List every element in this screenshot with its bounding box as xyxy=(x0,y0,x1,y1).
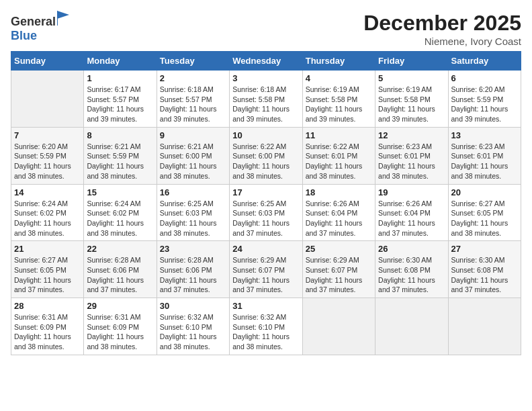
calendar-cell: 25Sunrise: 6:29 AMSunset: 6:07 PMDayligh… xyxy=(302,241,375,298)
day-info: Sunrise: 6:32 AMSunset: 6:10 PMDaylight:… xyxy=(160,312,226,352)
week-row-4: 21Sunrise: 6:27 AMSunset: 6:05 PMDayligh… xyxy=(11,241,521,298)
calendar-cell: 24Sunrise: 6:29 AMSunset: 6:07 PMDayligh… xyxy=(230,241,302,298)
day-number: 23 xyxy=(160,244,226,254)
day-info: Sunrise: 6:30 AMSunset: 6:08 PMDaylight:… xyxy=(378,255,445,295)
calendar-cell: 4Sunrise: 6:19 AMSunset: 5:58 PMDaylight… xyxy=(302,71,375,128)
calendar-cell: 6Sunrise: 6:20 AMSunset: 5:59 PMDaylight… xyxy=(448,71,521,128)
day-number: 30 xyxy=(160,301,226,311)
week-row-5: 28Sunrise: 6:31 AMSunset: 6:09 PMDayligh… xyxy=(11,298,521,355)
day-info: Sunrise: 6:23 AMSunset: 6:01 PMDaylight:… xyxy=(378,142,445,181)
day-number: 16 xyxy=(160,187,226,197)
day-number: 20 xyxy=(451,187,518,197)
weekday-header-saturday: Saturday xyxy=(448,52,521,71)
day-number: 12 xyxy=(378,130,445,140)
day-info: Sunrise: 6:20 AMSunset: 5:59 PMDaylight:… xyxy=(14,142,81,181)
calendar-body: 1Sunrise: 6:17 AMSunset: 5:57 PMDaylight… xyxy=(11,71,521,355)
calendar-cell: 10Sunrise: 6:22 AMSunset: 6:00 PMDayligh… xyxy=(230,127,302,184)
day-info: Sunrise: 6:20 AMSunset: 5:59 PMDaylight:… xyxy=(451,85,518,124)
calendar-cell: 13Sunrise: 6:23 AMSunset: 6:01 PMDayligh… xyxy=(448,127,521,184)
day-number: 28 xyxy=(14,301,81,311)
svg-marker-0 xyxy=(57,11,69,19)
day-number: 3 xyxy=(232,73,299,83)
day-info: Sunrise: 6:19 AMSunset: 5:58 PMDaylight:… xyxy=(306,85,372,124)
day-info: Sunrise: 6:26 AMSunset: 6:04 PMDaylight:… xyxy=(378,199,445,238)
page-header: General Blue December 2025 Niemene, Ivor… xyxy=(11,11,521,47)
calendar-cell: 5Sunrise: 6:19 AMSunset: 5:58 PMDaylight… xyxy=(375,71,448,128)
week-row-2: 7Sunrise: 6:20 AMSunset: 5:59 PMDaylight… xyxy=(11,127,521,184)
month-title: December 2025 xyxy=(363,11,521,36)
day-number: 17 xyxy=(232,187,299,197)
day-info: Sunrise: 6:29 AMSunset: 6:07 PMDaylight:… xyxy=(232,255,299,295)
day-number: 25 xyxy=(306,244,372,254)
day-info: Sunrise: 6:31 AMSunset: 6:09 PMDaylight:… xyxy=(14,312,81,352)
calendar-cell: 14Sunrise: 6:24 AMSunset: 6:02 PMDayligh… xyxy=(11,184,84,241)
logo-flag-icon xyxy=(57,11,69,26)
weekday-header-tuesday: Tuesday xyxy=(157,52,229,71)
day-number: 29 xyxy=(87,301,153,311)
day-info: Sunrise: 6:24 AMSunset: 6:02 PMDaylight:… xyxy=(14,199,81,238)
calendar-cell: 2Sunrise: 6:18 AMSunset: 5:57 PMDaylight… xyxy=(157,71,229,128)
calendar-cell: 20Sunrise: 6:27 AMSunset: 6:05 PMDayligh… xyxy=(448,184,521,241)
calendar-cell: 22Sunrise: 6:28 AMSunset: 6:06 PMDayligh… xyxy=(84,241,157,298)
calendar-cell: 27Sunrise: 6:30 AMSunset: 6:08 PMDayligh… xyxy=(448,241,521,298)
day-info: Sunrise: 6:21 AMSunset: 6:00 PMDaylight:… xyxy=(160,142,226,181)
calendar-cell: 12Sunrise: 6:23 AMSunset: 6:01 PMDayligh… xyxy=(375,127,448,184)
calendar-cell: 23Sunrise: 6:28 AMSunset: 6:06 PMDayligh… xyxy=(157,241,229,298)
day-info: Sunrise: 6:28 AMSunset: 6:06 PMDaylight:… xyxy=(87,255,153,295)
day-info: Sunrise: 6:22 AMSunset: 6:01 PMDaylight:… xyxy=(306,142,372,181)
calendar-cell: 31Sunrise: 6:32 AMSunset: 6:10 PMDayligh… xyxy=(230,298,302,355)
day-number: 4 xyxy=(306,73,372,83)
day-info: Sunrise: 6:25 AMSunset: 6:03 PMDaylight:… xyxy=(160,199,226,238)
day-number: 13 xyxy=(451,130,518,140)
day-number: 11 xyxy=(306,130,372,140)
day-number: 24 xyxy=(232,244,299,254)
day-info: Sunrise: 6:27 AMSunset: 6:05 PMDaylight:… xyxy=(14,255,81,295)
calendar-cell: 9Sunrise: 6:21 AMSunset: 6:00 PMDaylight… xyxy=(157,127,229,184)
calendar-header-row: SundayMondayTuesdayWednesdayThursdayFrid… xyxy=(11,52,521,71)
day-number: 5 xyxy=(378,73,445,83)
weekday-header-friday: Friday xyxy=(375,52,448,71)
day-info: Sunrise: 6:24 AMSunset: 6:02 PMDaylight:… xyxy=(87,199,153,238)
calendar-cell: 8Sunrise: 6:21 AMSunset: 5:59 PMDaylight… xyxy=(84,127,157,184)
day-number: 10 xyxy=(232,130,299,140)
logo-blue-text: Blue xyxy=(11,29,69,43)
calendar-cell: 26Sunrise: 6:30 AMSunset: 6:08 PMDayligh… xyxy=(375,241,448,298)
day-info: Sunrise: 6:27 AMSunset: 6:05 PMDaylight:… xyxy=(451,199,518,238)
day-number: 31 xyxy=(232,301,299,311)
calendar-cell: 30Sunrise: 6:32 AMSunset: 6:10 PMDayligh… xyxy=(157,298,229,355)
calendar-table: SundayMondayTuesdayWednesdayThursdayFrid… xyxy=(11,51,521,355)
day-number: 7 xyxy=(14,130,81,140)
day-info: Sunrise: 6:18 AMSunset: 5:58 PMDaylight:… xyxy=(232,85,299,124)
week-row-3: 14Sunrise: 6:24 AMSunset: 6:02 PMDayligh… xyxy=(11,184,521,241)
day-number: 18 xyxy=(306,187,372,197)
day-number: 1 xyxy=(87,73,153,83)
calendar-cell: 21Sunrise: 6:27 AMSunset: 6:05 PMDayligh… xyxy=(11,241,84,298)
day-number: 8 xyxy=(87,130,153,140)
day-info: Sunrise: 6:23 AMSunset: 6:01 PMDaylight:… xyxy=(451,142,518,181)
day-number: 22 xyxy=(87,244,153,254)
calendar-cell xyxy=(302,298,375,355)
calendar-cell: 16Sunrise: 6:25 AMSunset: 6:03 PMDayligh… xyxy=(157,184,229,241)
day-info: Sunrise: 6:30 AMSunset: 6:08 PMDaylight:… xyxy=(451,255,518,295)
calendar-cell xyxy=(375,298,448,355)
day-number: 6 xyxy=(451,73,518,83)
day-number: 14 xyxy=(14,187,81,197)
day-number: 19 xyxy=(378,187,445,197)
weekday-header-thursday: Thursday xyxy=(302,52,375,71)
logo: General Blue xyxy=(11,11,69,43)
day-info: Sunrise: 6:19 AMSunset: 5:58 PMDaylight:… xyxy=(378,85,445,124)
calendar-cell: 17Sunrise: 6:25 AMSunset: 6:03 PMDayligh… xyxy=(230,184,302,241)
calendar-cell xyxy=(448,298,521,355)
week-row-1: 1Sunrise: 6:17 AMSunset: 5:57 PMDaylight… xyxy=(11,71,521,128)
calendar-cell: 7Sunrise: 6:20 AMSunset: 5:59 PMDaylight… xyxy=(11,127,84,184)
day-info: Sunrise: 6:21 AMSunset: 5:59 PMDaylight:… xyxy=(87,142,153,181)
calendar-cell: 28Sunrise: 6:31 AMSunset: 6:09 PMDayligh… xyxy=(11,298,84,355)
day-info: Sunrise: 6:25 AMSunset: 6:03 PMDaylight:… xyxy=(232,199,299,238)
weekday-header-wednesday: Wednesday xyxy=(230,52,302,71)
logo-text: General xyxy=(11,11,69,29)
calendar-cell: 11Sunrise: 6:22 AMSunset: 6:01 PMDayligh… xyxy=(302,127,375,184)
day-number: 21 xyxy=(14,244,81,254)
day-info: Sunrise: 6:18 AMSunset: 5:57 PMDaylight:… xyxy=(160,85,226,124)
weekday-header-sunday: Sunday xyxy=(11,52,84,71)
calendar-cell xyxy=(11,71,84,128)
